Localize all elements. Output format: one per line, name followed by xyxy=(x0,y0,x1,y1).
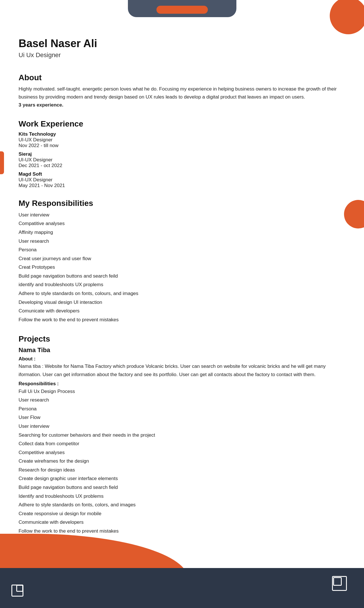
bottom-left-icon-inner xyxy=(16,585,23,592)
main-content: Basel Naser Ali Ui Ux Designer About Hig… xyxy=(0,0,364,563)
bottom-right-icon-inner xyxy=(333,577,342,586)
responsibility-item-6: Creat Prototypes xyxy=(19,263,345,272)
bottom-left-icon xyxy=(11,585,23,597)
company-name-1: Sieraj xyxy=(19,151,345,157)
responsibility-item-12: Follow the work to the end to prevent mi… xyxy=(19,316,345,324)
responsibility-item-5: Creat user journeys and user flow xyxy=(19,254,345,263)
responsibility-item-1: Compatitive analyses xyxy=(19,219,345,228)
person-name: Basel Naser Ali xyxy=(19,37,345,50)
job-role-0: UI-UX Designer xyxy=(19,137,345,143)
project-resp-item-1: User research xyxy=(19,396,345,405)
project-resp-item-14: Create responsive ui design for mobile xyxy=(19,509,345,518)
project-resp-item-12: Identify and troubleshoots UX problems xyxy=(19,492,345,501)
project-about-text: Nama tiba : Website for Nama Tiba Factor… xyxy=(19,362,345,378)
responsibility-item-0: User interview xyxy=(19,211,345,220)
project-resp-item-10: Create design graphic user interface ele… xyxy=(19,474,345,483)
project-about-label: About : xyxy=(19,356,345,362)
responsibility-item-9: Adhere to style standards on fonts, colo… xyxy=(19,289,345,298)
bottom-right-icon xyxy=(332,576,347,591)
project-resp-item-4: User interview xyxy=(19,422,345,431)
about-experience: 3 years experience. xyxy=(19,101,345,109)
project-resp-item-16: Follow the work to the end to prevent mi… xyxy=(19,527,345,536)
work-experience-heading: Work Experience xyxy=(19,119,345,129)
project-resp-list: Full Ui Ux Design ProcessUser researchPe… xyxy=(19,387,345,536)
work-experience-section: Work Experience Kits Technology UI-UX De… xyxy=(19,119,345,188)
project-resp-item-3: User Flow xyxy=(19,413,345,422)
projects-heading: Projects xyxy=(19,334,345,344)
project-resp-item-8: Create wireframes for the design xyxy=(19,457,345,466)
projects-section: Projects Nama Tiba About : Nama tiba : W… xyxy=(19,334,345,535)
job-role-1: UI-UX Designer xyxy=(19,157,345,163)
project-0: Nama Tiba About : Nama tiba : Website fo… xyxy=(19,346,345,535)
project-resp-item-15: Communicate with developers xyxy=(19,518,345,527)
project-resp-item-2: Persona xyxy=(19,405,345,414)
about-section: About Highly motivated. self-taught. ene… xyxy=(19,73,345,109)
job-dates-1: Dec 2021 - oct 2022 xyxy=(19,163,345,168)
responsibility-item-3: User research xyxy=(19,237,345,246)
responsibility-item-10: Developing visual design UI interaction xyxy=(19,298,345,307)
project-resp-item-11: Build page navigation buttons and search… xyxy=(19,483,345,492)
job-dates-2: May 2021 - Nov 2021 xyxy=(19,183,345,188)
project-resp-label: Responsibilities : xyxy=(19,381,345,387)
bottom-dark-wave xyxy=(0,568,364,608)
responsibility-item-2: Affinity mapping xyxy=(19,228,345,237)
company-name-0: Kits Technology xyxy=(19,131,345,137)
project-resp-item-5: Searching for customer behaviors and the… xyxy=(19,431,345,440)
project-resp-item-13: Adhere to style standards on fonts, colo… xyxy=(19,501,345,509)
responsibilities-heading: My Responsibilities xyxy=(19,199,345,208)
company-name-2: Magd Soft xyxy=(19,171,345,177)
project-resp-item-6: Collect data from competitor xyxy=(19,440,345,448)
experience-bold: 3 years experience. xyxy=(19,102,63,108)
job-entry-0: Kits Technology UI-UX Designer Nov 2022 … xyxy=(19,131,345,149)
job-entry-2: Magd Soft UI-UX Designer May 2021 - Nov … xyxy=(19,171,345,188)
job-entry-1: Sieraj UI-UX Designer Dec 2021 - oct 202… xyxy=(19,151,345,168)
project-resp-item-7: Competitive analyses xyxy=(19,448,345,457)
person-title: Ui Ux Designer xyxy=(19,51,345,59)
about-text: Highly motivated. self-taught. energetic… xyxy=(19,85,345,101)
responsibility-item-4: Persona xyxy=(19,246,345,254)
project-resp-item-0: Full Ui Ux Design Process xyxy=(19,387,345,396)
project-resp-item-9: Research for design ideas xyxy=(19,466,345,475)
job-dates-0: Nov 2022 - till now xyxy=(19,143,345,149)
responsibilities-list: User interviewCompatitive analysesAffini… xyxy=(19,211,345,324)
about-heading: About xyxy=(19,73,345,82)
header-section: Basel Naser Ali Ui Ux Designer xyxy=(19,37,345,59)
project-name-0: Nama Tiba xyxy=(19,346,345,354)
responsibility-item-7: Build page navigation buttons and search… xyxy=(19,272,345,281)
responsibility-item-8: identify and troubleshoots UX proplems xyxy=(19,280,345,289)
responsibilities-section: My Responsibilities User interviewCompat… xyxy=(19,199,345,324)
job-role-2: UI-UX Designer xyxy=(19,177,345,183)
responsibility-item-11: Comunicate with developers xyxy=(19,307,345,316)
